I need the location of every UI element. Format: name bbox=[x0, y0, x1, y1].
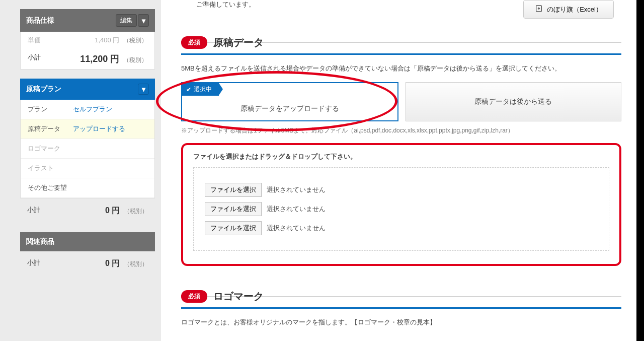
chevron-down-icon: ▾ bbox=[142, 17, 145, 25]
spec-subtotal-label: 小計 bbox=[28, 53, 41, 65]
dropzone[interactable]: ファイルを選択 選択されていません ファイルを選択 選択されていません ファイル… bbox=[193, 167, 609, 251]
related-subtotal-value: 0 円 bbox=[105, 259, 120, 267]
sidebar-spec-title: 商品仕様 bbox=[26, 16, 54, 25]
spec-unit-row: 単価 1,400 円 （税別） bbox=[21, 32, 154, 49]
plan-row-key: ロゴマーク bbox=[28, 144, 73, 153]
download-icon bbox=[535, 5, 543, 14]
file-status: 選択されていません bbox=[267, 204, 326, 214]
sidebar-plan-list: プラン セルフプラン 原稿データ アップロードする ロゴマーク イラスト その他… bbox=[20, 100, 155, 198]
section-title-logomark: ロゴマーク bbox=[213, 290, 264, 303]
spec-subtotal-value: 11,200 円 bbox=[80, 54, 119, 64]
plan-row-value: アップロードする bbox=[73, 124, 125, 133]
option-upload-label: 原稿データをアップロードする bbox=[240, 104, 339, 113]
dropzone-title: ファイルを選択またはドラッグ＆ドロップして下さい。 bbox=[193, 152, 609, 161]
spec-subtotal-row: 小計 11,200 円 （税別） bbox=[21, 49, 154, 69]
plan-subtotal-row: 小計 0 円 （税別） bbox=[20, 198, 155, 223]
file-row-2: ファイルを選択 選択されていません bbox=[205, 202, 598, 216]
selected-tag: ✔ 選択中 bbox=[182, 83, 219, 96]
required-badge: 必須 bbox=[181, 290, 207, 303]
section-title-manuscript: 原稿データ bbox=[213, 36, 264, 49]
sidebar-spec-header: 商品仕様 編集 ▾ bbox=[20, 9, 155, 32]
section-divider bbox=[181, 307, 621, 309]
file-status: 選択されていません bbox=[267, 224, 326, 233]
file-select-button[interactable]: ファイルを選択 bbox=[205, 183, 262, 197]
upload-option-row: ✔ 選択中 原稿データをアップロードする 原稿データは後から送る bbox=[181, 82, 621, 121]
spec-unit-tax: （税別） bbox=[123, 37, 147, 44]
sidebar-related-header: 関連商品 bbox=[20, 232, 155, 251]
plan-row-data[interactable]: 原稿データ アップロードする bbox=[21, 119, 154, 139]
sidebar-plan-title: 原稿プラン bbox=[26, 85, 61, 94]
selected-tag-label: 選択中 bbox=[194, 85, 212, 94]
option-upload-now[interactable]: ✔ 選択中 原稿データをアップロードする bbox=[181, 82, 398, 121]
section-manuscript-data: 必須 原稿データ 5MBを超えるファイルを送信される場合やデータの準備ができてい… bbox=[181, 42, 621, 266]
plan-row-key: その他ご要望 bbox=[28, 183, 67, 192]
plan-row-key: 原稿データ bbox=[28, 124, 73, 133]
plan-row-key: イラスト bbox=[28, 164, 73, 173]
download-excel-button[interactable]: のぼり旗（Excel） bbox=[523, 0, 614, 19]
sidebar-related-title: 関連商品 bbox=[26, 237, 54, 246]
sidebar-related-block: 関連商品 小計 0 円 （税別） bbox=[20, 232, 155, 276]
section-desc-manuscript: 5MBを超えるファイルを送信される場合やデータの準備ができていない場合は「原稿デ… bbox=[181, 64, 621, 73]
plan-subtotal-tax: （税別） bbox=[124, 208, 148, 215]
spec-unit-value: 1,400 円 bbox=[95, 36, 119, 44]
plan-row-other[interactable]: その他ご要望 bbox=[21, 178, 154, 198]
option-later-label: 原稿データは後から送る bbox=[474, 97, 552, 106]
section-desc-logomark: ロゴマークとは、お客様オリジナルのマークを指します。【ロゴマーク・校章の見本】 bbox=[181, 318, 621, 327]
plan-subtotal-label: 小計 bbox=[27, 206, 40, 216]
sidebar-plan-header: 原稿プラン ▾ bbox=[20, 79, 155, 100]
sidebar-spec-block: 商品仕様 編集 ▾ 単価 1,400 円 （税別） 小計 bbox=[20, 9, 155, 70]
plan-row-logo[interactable]: ロゴマーク bbox=[21, 139, 154, 159]
file-select-button[interactable]: ファイルを選択 bbox=[205, 202, 262, 216]
main-content: ご準備しています。 のぼり旗（Excel） 必須 原稿データ 5MBを超えるファ… bbox=[161, 0, 644, 341]
spec-edit-button[interactable]: 編集 bbox=[116, 14, 137, 27]
related-subtotal-tax: （税別） bbox=[124, 260, 148, 267]
plan-chevron-button[interactable]: ▾ bbox=[138, 84, 149, 95]
plan-row-plan[interactable]: プラン セルフプラン bbox=[21, 100, 154, 119]
section-divider bbox=[181, 53, 621, 55]
sidebar-plan-block: 原稿プラン ▾ プラン セルフプラン 原稿データ アップロードする ロゴマーク bbox=[20, 79, 155, 223]
file-status: 選択されていません bbox=[267, 185, 326, 194]
plan-row-value: セルフプラン bbox=[73, 105, 112, 114]
file-row-3: ファイルを選択 選択されていません bbox=[205, 221, 598, 235]
plan-row-key: プラン bbox=[28, 105, 73, 114]
required-badge: 必須 bbox=[181, 36, 207, 49]
related-subtotal-row: 小計 0 円 （税別） bbox=[20, 251, 155, 276]
spec-chevron-button[interactable]: ▾ bbox=[138, 14, 149, 27]
related-subtotal-label: 小計 bbox=[27, 258, 40, 269]
file-select-button[interactable]: ファイルを選択 bbox=[205, 221, 262, 235]
plan-subtotal-value: 0 円 bbox=[105, 206, 120, 215]
sidebar: 商品仕様 編集 ▾ 単価 1,400 円 （税別） 小計 bbox=[0, 0, 161, 341]
download-excel-label: のぼり旗（Excel） bbox=[547, 5, 602, 14]
plan-row-illust[interactable]: イラスト bbox=[21, 159, 154, 178]
upload-filetype-note: ※アップロードする場合は1ファイル5MBまで。対応ファイル（ai,psd,pdf… bbox=[181, 126, 621, 135]
section-logomark: 必須 ロゴマーク ロゴマークとは、お客様オリジナルのマークを指します。【ロゴマー… bbox=[181, 296, 621, 327]
spec-unit-label: 単価 bbox=[28, 36, 41, 45]
chevron-down-icon: ▾ bbox=[142, 85, 145, 93]
file-row-1: ファイルを選択 選択されていません bbox=[205, 183, 598, 197]
option-upload-later[interactable]: 原稿データは後から送る bbox=[406, 82, 622, 121]
check-icon: ✔ bbox=[186, 86, 191, 93]
dropzone-highlight-box: ファイルを選択またはドラッグ＆ドロップして下さい。 ファイルを選択 選択されてい… bbox=[181, 143, 621, 266]
spec-subtotal-tax: （税別） bbox=[123, 56, 147, 63]
